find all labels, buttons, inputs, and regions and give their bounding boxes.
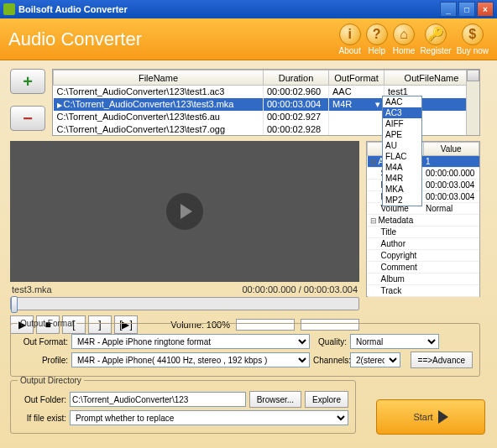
- property-row[interactable]: Track: [368, 285, 479, 297]
- column-header[interactable]: OutFormat: [329, 70, 385, 86]
- column-header[interactable]: Duration: [264, 70, 329, 86]
- quality-select[interactable]: Normal: [350, 334, 439, 349]
- property-row[interactable]: Comment: [368, 262, 479, 273]
- dropdown-option[interactable]: AIFF: [383, 118, 421, 129]
- channels-select[interactable]: 2(stereo): [350, 352, 400, 367]
- file-ops: + −: [10, 69, 45, 143]
- app-header: Audio Converter iAbout?Help⌂Home🔑Registe…: [0, 18, 497, 60]
- property-row[interactable]: Title: [368, 227, 479, 238]
- dropdown-option[interactable]: MP2: [383, 195, 421, 206]
- start-button[interactable]: Start: [376, 399, 485, 435]
- window-title: Boilsoft Audio Converter: [18, 4, 438, 14]
- dropdown-option[interactable]: MKA: [383, 184, 421, 195]
- column-header[interactable]: OutFileName: [385, 70, 479, 86]
- header-buy-now[interactable]: $Buy now: [457, 23, 489, 55]
- dropdown-option[interactable]: AAC: [383, 96, 421, 107]
- dropdown-option[interactable]: FLAC: [383, 151, 421, 162]
- dropdown-option[interactable]: APE: [383, 129, 421, 140]
- close-button[interactable]: ×: [477, 2, 494, 17]
- out-folder-input[interactable]: [70, 392, 246, 407]
- current-filename: test3.mka: [12, 284, 52, 294]
- advance-button[interactable]: ==>Advance: [411, 352, 473, 368]
- output-directory-group: Output Directory Out Folder: Browser... …: [10, 376, 356, 434]
- header-home[interactable]: ⌂Home: [393, 23, 416, 55]
- progress-slider[interactable]: [10, 297, 359, 310]
- column-header[interactable]: FileName: [54, 70, 264, 86]
- time-display: 00:00:00.000 / 00:00:03.004: [242, 284, 358, 294]
- dropdown-option[interactable]: M4A: [383, 162, 421, 173]
- video-preview[interactable]: [10, 141, 359, 282]
- profile-select[interactable]: M4R - Apple iPhone( 44100 Hz, stereo , 1…: [71, 352, 310, 367]
- play-icon[interactable]: [166, 193, 203, 230]
- header-help[interactable]: ?Help: [366, 23, 388, 55]
- dropdown-option[interactable]: AC3: [383, 107, 421, 118]
- app-title: Audio Converter: [8, 29, 334, 50]
- maximize-button[interactable]: □: [458, 2, 475, 17]
- if-exist-select[interactable]: Prompt whether to replace: [70, 410, 348, 425]
- remove-file-button[interactable]: −: [10, 106, 45, 131]
- property-row[interactable]: Copyright: [368, 250, 479, 262]
- scrollbar[interactable]: [466, 70, 479, 135]
- header-register[interactable]: 🔑Register: [420, 23, 451, 55]
- property-row[interactable]: Metadata: [368, 215, 479, 227]
- out-format-select[interactable]: M4R - Apple iPhone ringtone format: [71, 334, 310, 349]
- dropdown-option[interactable]: AU: [383, 140, 421, 151]
- titlebar: Boilsoft Audio Converter _ □ ×: [0, 0, 497, 18]
- browse-button[interactable]: Browser...: [249, 391, 301, 408]
- header-about[interactable]: iAbout: [339, 23, 361, 55]
- property-row[interactable]: Author: [368, 238, 479, 250]
- outformat-dropdown[interactable]: AACAC3AIFFAPEAUFLACM4AM4RMKAMP2: [382, 96, 422, 206]
- app-icon: [3, 3, 15, 15]
- slider-thumb[interactable]: [11, 296, 18, 313]
- minimize-button[interactable]: _: [440, 2, 457, 17]
- property-row[interactable]: Album: [368, 273, 479, 285]
- dropdown-option[interactable]: M4R: [383, 173, 421, 184]
- main-area: + − FileNameDurationOutFormatOutFileName…: [0, 60, 497, 448]
- explore-button[interactable]: Explore: [305, 391, 348, 408]
- output-format-group: Output Format Out Format: M4R - Apple iP…: [10, 319, 480, 377]
- add-file-button[interactable]: +: [10, 69, 45, 94]
